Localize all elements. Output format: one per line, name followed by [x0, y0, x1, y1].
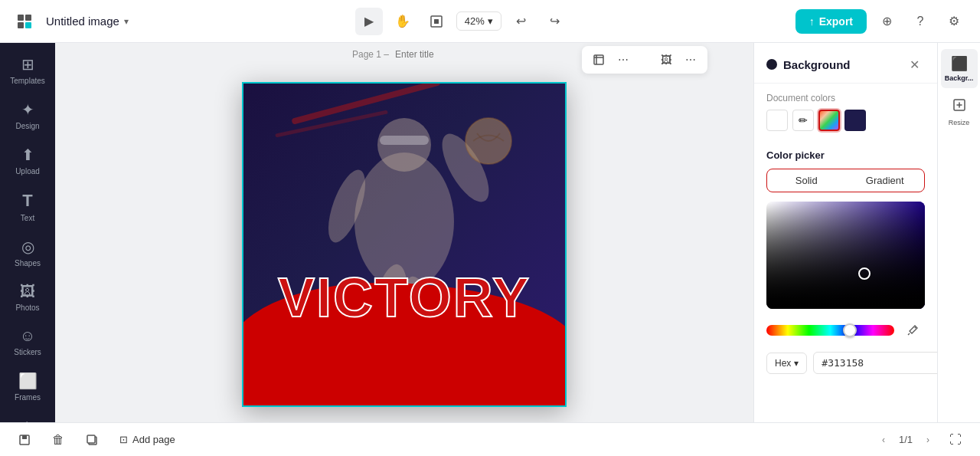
zoom-control[interactable]: 42% ▾ — [456, 11, 501, 31]
hex-input[interactable] — [813, 352, 937, 374]
trash-button[interactable]: 🗑 — [46, 428, 70, 452]
duplicate-button[interactable] — [80, 428, 104, 452]
mini-item-resize-label: Resize — [949, 119, 970, 126]
color-swatch-dark-blue[interactable] — [844, 110, 866, 131]
hue-slider-row — [766, 318, 925, 343]
sidebar-item-label: Stickers — [14, 348, 41, 356]
more-icon: ⋯ — [618, 54, 629, 66]
stickers-icon: ☺ — [20, 327, 35, 345]
add-page-label: Add page — [132, 434, 175, 445]
sidebar-item-label: Upload — [15, 167, 40, 176]
eyedropper-button[interactable] — [900, 318, 925, 343]
sidebar-item-upload[interactable]: ⬆ Upload — [5, 139, 51, 182]
page-image-button[interactable]: 🖼 — [655, 49, 677, 71]
svg-rect-14 — [380, 136, 429, 145]
settings-button[interactable]: ⚙ — [940, 8, 968, 35]
hue-slider[interactable] — [766, 325, 894, 336]
sidebar-item-photos[interactable]: 🖼 Photos — [5, 277, 51, 318]
mini-item-background[interactable]: ⬛ Backgr... — [941, 49, 978, 88]
zoom-value: 42% — [465, 15, 485, 27]
document-title: Untitled image — [46, 15, 119, 28]
hex-dropdown-icon: ▾ — [794, 358, 799, 369]
hex-row: Hex ▾ — [766, 352, 925, 374]
mini-sidebar: ⬛ Backgr... Resize — [937, 43, 980, 422]
bottom-bar: 🗑 ⊡ Add page ‹ 1/1 › ⛶ — [0, 422, 980, 456]
color-swatch-gradient[interactable] — [818, 110, 840, 131]
background-mini-icon: ⬛ — [951, 55, 968, 72]
sidebar-item-label: Frames — [15, 393, 41, 402]
solid-tab[interactable]: Solid — [767, 169, 846, 192]
gradient-tab[interactable]: Gradient — [846, 169, 925, 192]
svg-rect-5 — [434, 19, 439, 24]
templates-icon: ⊞ — [21, 55, 34, 74]
undo-button[interactable]: ↩ — [508, 8, 535, 35]
sidebar-item-text[interactable]: T Text — [5, 185, 51, 228]
fullscreen-button[interactable]: ⛶ — [943, 428, 968, 452]
sidebar-item-shapes[interactable]: ◎ Shapes — [5, 231, 51, 274]
svg-rect-18 — [22, 435, 27, 439]
hex-dropdown[interactable]: Hex ▾ — [766, 353, 807, 374]
zoom-chevron-icon: ▾ — [488, 15, 493, 27]
page-title-input[interactable] — [395, 49, 456, 60]
sidebar-item-templates[interactable]: ⊞ Templates — [5, 49, 51, 91]
canvas-frame[interactable]: VICTORY — [242, 82, 567, 407]
save-button[interactable] — [12, 428, 37, 452]
panel-header: Background ✕ — [754, 43, 937, 84]
color-picker-section: Color picker Solid Gradient — [754, 140, 937, 383]
color-picker-title: Color picker — [766, 149, 925, 161]
frame-tool-button[interactable] — [423, 8, 450, 35]
select-tool-button[interactable]: ▶ — [355, 8, 383, 35]
sidebar-item-design[interactable]: ✦ Design — [5, 94, 51, 136]
title-chevron-icon: ▾ — [124, 16, 129, 27]
shapes-icon: ◎ — [21, 238, 34, 256]
add-page-icon: ⊡ — [119, 434, 128, 445]
hue-slider-thumb[interactable] — [843, 323, 857, 337]
collapse-icon: › — [26, 417, 30, 422]
sidebar-item-label: Photos — [15, 303, 39, 312]
solid-gradient-tabs: Solid Gradient — [766, 169, 925, 192]
page-options-button[interactable]: ⋯ — [680, 49, 701, 71]
page-toolbar: ⋯ 🖼 ⋯ — [582, 46, 707, 74]
color-gradient-box[interactable] — [766, 202, 925, 309]
text-icon: T — [22, 191, 32, 211]
shield-button[interactable]: ⊕ — [873, 8, 900, 35]
sidebar-item-label: Shapes — [15, 259, 41, 267]
panel-close-button[interactable]: ✕ — [903, 54, 925, 75]
title-group[interactable]: Untitled image ▾ — [46, 15, 129, 28]
photos-icon: 🖼 — [20, 283, 35, 300]
add-page-button[interactable]: ⊡ Add page — [113, 431, 181, 448]
panel-title: Background — [783, 58, 851, 71]
prev-page-button[interactable]: ‹ — [874, 431, 893, 449]
sidebar-item-stickers[interactable]: ☺ Stickers — [5, 321, 51, 363]
next-page-button[interactable]: › — [919, 431, 937, 449]
right-panels: Background ✕ Document colors ✏ Color pic… — [753, 43, 980, 422]
redo-button[interactable]: ↪ — [541, 8, 569, 35]
color-swatch-pen[interactable]: ✏ — [792, 110, 814, 131]
mini-item-resize[interactable]: Resize — [941, 91, 978, 133]
svg-rect-6 — [594, 55, 603, 64]
svg-rect-2 — [18, 22, 24, 28]
page-label: Page 1 – — [352, 49, 389, 60]
upload-icon: ⬆ — [21, 146, 34, 164]
document-colors-label: Document colors — [766, 93, 925, 103]
app-logo[interactable] — [12, 9, 37, 34]
hand-tool-button[interactable]: ✋ — [389, 8, 416, 35]
svg-point-15 — [915, 327, 916, 329]
sidebar-item-frames[interactable]: ⬜ Frames — [5, 366, 51, 408]
victory-text: VICTORY — [278, 266, 531, 329]
topbar-right: ↑ Export ⊕ ? ⚙ — [795, 8, 968, 35]
design-icon: ✦ — [21, 100, 34, 119]
mini-item-label: Backgr... — [945, 74, 974, 82]
svg-rect-0 — [18, 15, 24, 21]
main-layout: ⊞ Templates ✦ Design ⬆ Upload T Text ◎ S… — [0, 43, 980, 422]
page-crop-button[interactable] — [588, 49, 609, 71]
topbar: Untitled image ▾ ▶ ✋ 42% ▾ ↩ ↪ ↑ Export … — [0, 0, 980, 43]
color-swatch-white[interactable] — [766, 110, 788, 131]
help-button[interactable]: ? — [906, 8, 934, 35]
canvas-content: VICTORY — [243, 84, 565, 405]
page-more-button[interactable]: ⋯ — [612, 49, 634, 71]
export-button[interactable]: ↑ Export — [795, 9, 867, 34]
color-picker-cursor[interactable] — [858, 267, 871, 280]
sidebar-collapse-button[interactable]: › — [5, 411, 51, 422]
panel-title-group: Background — [766, 58, 851, 71]
